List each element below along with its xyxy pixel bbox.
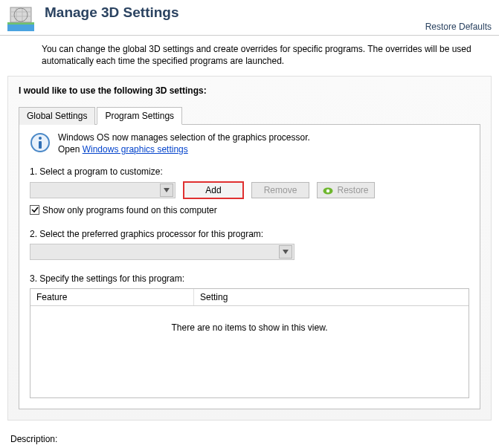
info-line1: Windows OS now manages selection of the … — [58, 132, 310, 143]
svg-rect-2 — [10, 7, 31, 22]
step3-label: 3. Specify the settings for this program… — [30, 273, 469, 284]
page-header: Manage 3D Settings Restore Defaults — [0, 0, 499, 36]
section-label: I would like to use the following 3D set… — [19, 85, 480, 96]
tab-program-settings[interactable]: Program Settings — [97, 107, 182, 125]
nvidia-3d-icon — [6, 3, 36, 33]
intro-text: You can change the global 3D settings an… — [0, 36, 499, 71]
svg-rect-10 — [39, 141, 42, 149]
empty-table-message: There are no items to show in this view. — [30, 306, 469, 333]
page-title: Manage 3D Settings — [45, 4, 179, 21]
remove-button: Remove — [251, 182, 309, 198]
svg-point-9 — [39, 137, 42, 140]
settings-table: Feature Setting There are no items to sh… — [30, 288, 469, 398]
info-text: Windows OS now manages selection of the … — [58, 132, 310, 155]
chevron-down-icon — [160, 184, 173, 197]
program-select-dropdown[interactable] — [30, 182, 176, 198]
tabs: Global Settings Program Settings — [19, 106, 480, 125]
main-panel: I would like to use the following 3D set… — [7, 76, 492, 420]
svg-rect-0 — [7, 24, 34, 31]
restore-defaults-link[interactable]: Restore Defaults — [425, 22, 492, 32]
info-icon — [30, 132, 51, 153]
settings-table-header: Feature Setting — [30, 289, 469, 306]
step2-label: 2. Select the preferred graphics process… — [30, 229, 469, 239]
col-feature[interactable]: Feature — [30, 289, 194, 305]
show-only-found-label: Show only programs found on this compute… — [42, 205, 217, 215]
step2-controls — [30, 244, 469, 260]
tab-content: Windows OS now manages selection of the … — [19, 125, 480, 409]
restore-button: Restore — [317, 182, 375, 198]
show-only-found-row[interactable]: Show only programs found on this compute… — [30, 205, 469, 215]
chevron-down-icon — [279, 245, 292, 259]
svg-point-12 — [326, 189, 329, 192]
col-setting[interactable]: Setting — [194, 289, 469, 305]
info-row: Windows OS now manages selection of the … — [30, 132, 469, 155]
nvidia-eye-icon — [323, 186, 333, 194]
description-block: Description: If NVIDIA has not provided … — [0, 428, 499, 448]
info-line2-prefix: Open — [58, 144, 83, 155]
description-title: Description: — [10, 434, 489, 444]
show-only-found-checkbox[interactable] — [30, 205, 39, 215]
add-button[interactable]: Add — [183, 181, 244, 199]
restore-button-label: Restore — [337, 185, 368, 195]
step1-label: 1. Select a program to customize: — [30, 166, 469, 177]
tab-global-settings[interactable]: Global Settings — [19, 107, 95, 125]
windows-graphics-settings-link[interactable]: Windows graphics settings — [83, 144, 188, 155]
graphics-processor-dropdown[interactable] — [30, 244, 294, 260]
step1-controls: Add Remove Restore — [30, 181, 469, 199]
